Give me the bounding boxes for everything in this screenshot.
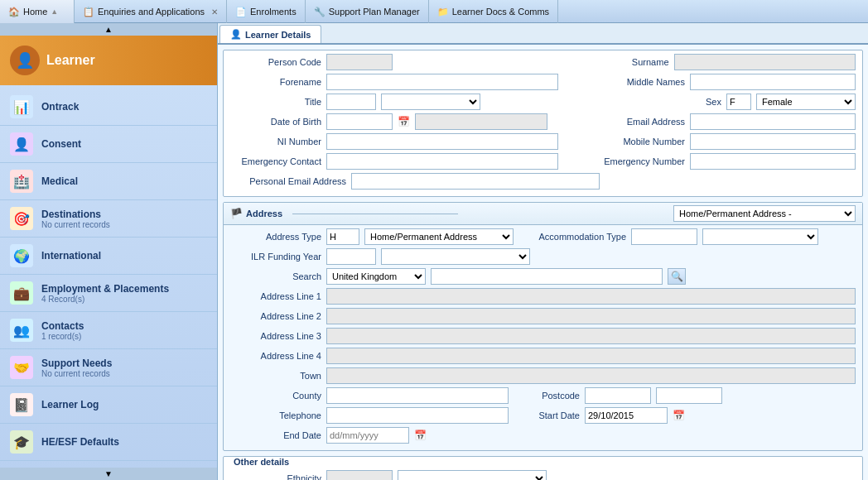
sidebar-item-consent[interactable]: 👤 Consent — [0, 126, 217, 163]
support-needs-icon: 🤝 — [10, 356, 33, 379]
ethnicity-select[interactable] — [398, 470, 547, 480]
sidebar-item-international[interactable]: 🌍 International — [0, 238, 217, 275]
surname-input[interactable] — [674, 54, 856, 70]
learner-log-icon: 📓 — [10, 393, 33, 416]
emergency-number-input[interactable] — [690, 153, 856, 170]
personal-email-label: Personal Email Address — [230, 176, 346, 186]
dob-calendar-icon[interactable]: 📅 — [398, 116, 410, 127]
sidebar-header: 👤 Learner — [0, 36, 217, 85]
sidebar-item-he-esf[interactable]: 🎓 HE/ESF Defaults — [0, 424, 217, 461]
sidebar-item-learner-log[interactable]: 📓 Learner Log — [0, 386, 217, 424]
ethnicity-code-input[interactable] — [326, 470, 393, 480]
postcode-input1[interactable] — [585, 387, 651, 404]
address-type-select[interactable]: Home/Permanent Address — [364, 228, 514, 245]
mobile-input[interactable] — [690, 133, 856, 150]
ni-input[interactable] — [326, 133, 558, 150]
sidebar-item-medical[interactable]: 🏥 Medical — [0, 163, 217, 200]
sidebar-item-destinations[interactable]: 🎯 Destinations No current records — [0, 200, 217, 238]
address-type-label: Address Type — [230, 232, 321, 242]
mobile-label: Mobile Number — [594, 137, 685, 146]
support-needs-label: Support Needs — [41, 358, 207, 369]
tab-learner-docs[interactable]: 📁 Learner Docs & Comms — [429, 0, 558, 23]
personal-email-input[interactable] — [351, 173, 600, 190]
email-input[interactable] — [690, 113, 856, 130]
middle-names-input[interactable] — [690, 74, 856, 90]
emergency-contact-input[interactable] — [326, 153, 558, 170]
town-input[interactable] — [326, 367, 856, 384]
address-type-dropdown[interactable]: Home/Permanent Address - — [673, 205, 856, 222]
postcode-input2[interactable] — [656, 387, 722, 404]
other-details-section: Other details Ethnicity Gender — [223, 456, 863, 480]
end-date-calendar-icon[interactable]: 📅 — [414, 430, 427, 441]
search-button[interactable]: 🔍 — [668, 268, 686, 285]
enrolments-icon: 📄 — [235, 7, 247, 17]
sex-code-input[interactable] — [726, 94, 751, 110]
medical-icon: 🏥 — [10, 170, 33, 193]
addr3-input[interactable] — [326, 328, 856, 344]
content-tab-bar: 👤 Learner Details — [218, 23, 868, 45]
scroll-down-button[interactable]: ▼ — [0, 468, 217, 480]
ilr-select[interactable] — [381, 248, 530, 265]
accommodation-input[interactable] — [631, 228, 697, 245]
ilr-input[interactable] — [326, 248, 376, 265]
middle-names-label: Middle Names — [594, 77, 685, 87]
home-arrow-up: ▲ — [51, 7, 58, 16]
employment-sub: 4 Record(s) — [41, 295, 207, 304]
forename-label: Forename — [230, 77, 321, 87]
dob-input[interactable] — [326, 113, 393, 130]
dob-label: Date of Birth — [230, 117, 321, 127]
person-code-input[interactable] — [326, 54, 393, 70]
tab-learner-details[interactable]: 👤 Learner Details — [219, 25, 321, 43]
telephone-label: Telephone — [230, 410, 321, 420]
county-input[interactable] — [326, 387, 509, 404]
end-date-input[interactable] — [326, 427, 409, 444]
title-label: Title — [230, 97, 321, 107]
destinations-label: Destinations — [41, 209, 207, 220]
learner-log-label: Learner Log — [41, 399, 207, 410]
start-date-calendar-icon[interactable]: 📅 — [673, 410, 685, 421]
tab-home[interactable]: 🏠 Home ▲ — [0, 0, 75, 23]
tab-enrolments[interactable]: 📄 Enrolments — [227, 0, 306, 23]
ontrack-label: Ontrack — [41, 101, 207, 113]
email-label: Email Address — [594, 117, 685, 127]
support-icon: 🔧 — [314, 7, 326, 17]
dob-extra-input[interactable] — [415, 113, 547, 130]
county-label: County — [230, 391, 321, 401]
tab-enquiries[interactable]: 📋 Enquiries and Applications ✕ — [75, 0, 227, 23]
telephone-input[interactable] — [326, 407, 509, 424]
other-details-legend: Other details — [230, 457, 292, 467]
international-label: International — [41, 250, 207, 262]
addr4-input[interactable] — [326, 348, 856, 364]
title-select[interactable] — [381, 94, 480, 110]
sidebar-item-support-needs[interactable]: 🤝 Support Needs No current records — [0, 349, 217, 386]
ontrack-icon: 📊 — [10, 95, 33, 118]
sidebar-item-contacts[interactable]: 👥 Contacts 1 record(s) — [0, 312, 217, 349]
he-esf-icon: 🎓 — [10, 430, 33, 454]
addr2-input[interactable] — [326, 308, 856, 324]
start-date-input[interactable] — [585, 407, 668, 424]
town-label: Town — [230, 371, 321, 381]
personal-details-section: Person Code Surname Forename Middle Name… — [223, 50, 863, 197]
form-area: Person Code Surname Forename Middle Name… — [218, 45, 868, 480]
flag-icon: 🏴 — [230, 208, 243, 219]
country-select[interactable]: United Kingdom — [326, 268, 426, 285]
scroll-up-button[interactable]: ▲ — [0, 23, 217, 36]
title-input[interactable] — [326, 94, 376, 110]
forename-input[interactable] — [326, 74, 558, 90]
sidebar: ▲ 👤 Learner 📊 Ontrack 👤 Consent — [0, 23, 218, 480]
sex-select[interactable]: Female — [756, 94, 856, 110]
tab-support-plan[interactable]: 🔧 Support Plan Manager — [306, 0, 429, 23]
addr1-input[interactable] — [326, 288, 856, 305]
sidebar-item-ontrack[interactable]: 📊 Ontrack — [0, 89, 217, 126]
destinations-icon: 🎯 — [10, 207, 33, 230]
tab-enquiries-label: Enquiries and Applications — [98, 7, 205, 17]
learner-details-tab-icon: 👤 — [230, 29, 242, 40]
close-enquiries-icon[interactable]: ✕ — [211, 7, 218, 17]
address-type-code[interactable] — [326, 228, 359, 245]
surname-label: Surname — [578, 57, 669, 67]
search-input[interactable] — [431, 268, 663, 285]
tab-docs-label: Learner Docs & Comms — [452, 7, 549, 17]
consent-icon: 👤 — [10, 132, 33, 156]
accommodation-select[interactable] — [702, 228, 818, 245]
sidebar-item-employment[interactable]: 💼 Employment & Placements 4 Record(s) — [0, 275, 217, 312]
